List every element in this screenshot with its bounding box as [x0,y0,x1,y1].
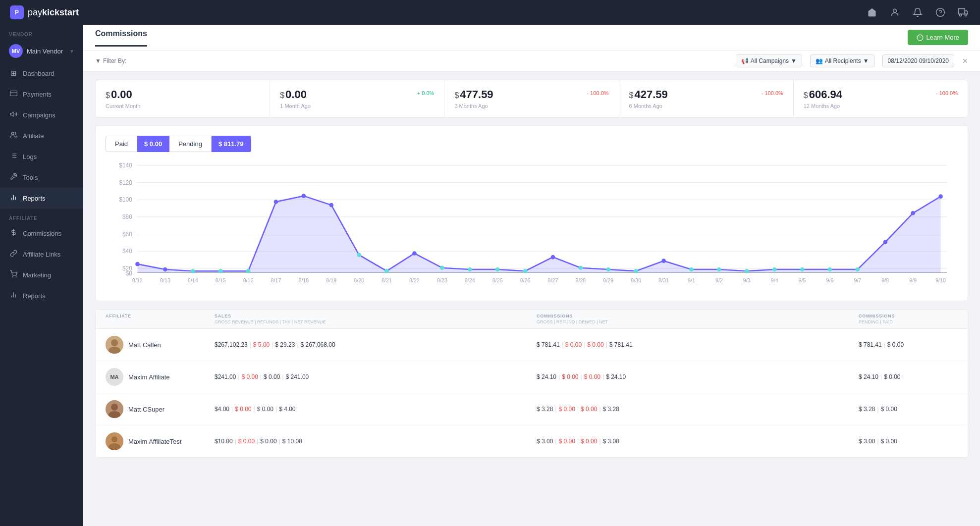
learn-more-button[interactable]: Learn More [908,30,968,45]
svg-text:$140: $140 [119,162,132,169]
svg-point-113 [111,436,117,442]
stat-amount-1: $0.00 [280,88,307,101]
table-row: Maxim AffiliateTest $10.00 | $ 0.00 | $ … [96,425,968,457]
main-layout: VENDOR MV Main Vendor ▼ ⊞ Dashboard Paym… [0,25,980,526]
svg-text:8/19: 8/19 [326,277,336,283]
svg-point-0 [893,9,897,12]
sidebar-label-affiliate-links: Affiliate Links [23,251,60,258]
question-icon[interactable] [933,5,947,19]
svg-text:$40: $40 [122,248,132,255]
app-name: paykickstart [28,7,79,18]
sidebar-item-marketing[interactable]: Marketing [0,264,83,285]
svg-point-64 [634,269,638,273]
sidebar-label-dashboard: Dashboard [23,70,54,77]
svg-point-61 [551,255,555,260]
user-icon[interactable] [888,5,902,19]
stat-change-3: - 100.0% [762,90,783,96]
sidebar-item-tools[interactable]: Tools [0,167,83,188]
reports-icon [9,194,18,203]
sidebar-item-affiliate[interactable]: Affiliate [0,125,83,146]
avatar-3 [106,432,123,450]
comm-cell-2: $ 3.28 | $ 0.00 | $ 0.00 | $ 3.28 [537,406,859,413]
svg-point-47 [163,267,167,272]
campaigns-dropdown[interactable]: 📢 All Campaigns ▼ [736,54,802,67]
app-logo[interactable]: P paykickstart [10,5,79,19]
filter-icon: ▼ [95,57,101,64]
bell-icon[interactable] [911,5,925,19]
stat-change-2: - 100.0% [587,90,609,96]
date-range-value: 08/12/2020 09/10/2020 [888,57,949,64]
svg-text:$100: $100 [119,196,132,203]
sidebar-label-payments: Payments [23,91,52,98]
vendor-avatar: MV [9,44,23,58]
svg-point-53 [329,203,334,208]
paid-tab[interactable]: Paid [106,136,137,152]
store-icon[interactable] [865,5,879,19]
svg-text:8/14: 8/14 [188,277,198,283]
sidebar-label-reports: Reports [23,195,46,202]
svg-text:9/7: 9/7 [854,277,861,283]
svg-text:8/27: 8/27 [548,277,558,283]
sidebar-item-aff-reports[interactable]: Reports [0,285,83,306]
chart-container: $140 $120 $100 $80 $60 $40 $20 $0 [106,160,958,291]
sidebar-item-campaigns[interactable]: Campaigns [0,105,83,125]
pending-value[interactable]: $ 811.79 [212,136,251,152]
pending-cell-2: $ 3.28 | $ 0.00 [859,406,958,413]
svg-point-10 [11,132,14,135]
sidebar: VENDOR MV Main Vendor ▼ ⊞ Dashboard Paym… [0,25,83,526]
sidebar-item-payments[interactable]: Payments [0,84,83,105]
pending-tab[interactable]: Pending [169,136,212,152]
affiliate-cell-0: Matt Callen [106,336,215,354]
svg-point-1 [936,8,945,17]
stat-12month: $606.94 - 100.0% 12 Months Ago [794,80,968,117]
sidebar-item-reports[interactable]: Reports [0,188,83,209]
recipients-chevron-icon: ▼ [863,57,869,64]
pending-cell-3: $ 3.00 | $ 0.00 [859,438,958,445]
tools-icon [9,173,18,182]
sidebar-label-tools: Tools [23,174,38,181]
table-row: Matt CSuper $4.00 | $ 0.00 | $ 0.00 | $ … [96,393,968,425]
svg-text:9/8: 9/8 [881,277,889,283]
svg-point-59 [495,267,500,272]
sales-cell-3: $10.00 | $ 0.00 | $ 0.00 | $ 10.00 [215,438,537,445]
paid-value[interactable]: $ 0.00 [137,136,169,152]
affiliate-cell-1: MA Maxim Affiliate [106,368,215,386]
svg-point-52 [302,194,306,198]
sidebar-item-affiliate-links[interactable]: Affiliate Links [0,244,83,264]
commissions-icon [9,229,18,238]
svg-text:8/15: 8/15 [216,277,226,283]
sidebar-item-commissions[interactable]: Commissions [0,223,83,244]
affiliate-cell-2: Matt CSuper [106,400,215,418]
date-range-picker[interactable]: 08/12/2020 09/10/2020 [882,54,954,67]
vendor-selector[interactable]: MV Main Vendor ▼ [0,39,83,63]
pending-cell-0: $ 781.41 | $ 0.00 [859,341,958,348]
commissions-chart: $140 $120 $100 $80 $60 $40 $20 $0 [106,160,958,289]
recipients-filter-label: All Recipients [825,57,861,64]
svg-text:9/1: 9/1 [688,277,695,283]
avatar-1: MA [106,368,123,386]
aff-name-0: Matt Callen [128,341,161,349]
avatar-2 [106,400,123,418]
aff-name-3: Maxim AffiliateTest [128,438,181,445]
stat-3month: $477.59 - 100.0% 3 Months Ago [444,80,619,117]
svg-text:8/26: 8/26 [520,277,531,283]
svg-text:8/12: 8/12 [132,277,143,283]
sales-cell-1: $241.00 | $ 0.00 | $ 0.00 | $ 241.00 [215,373,537,380]
sidebar-item-dashboard[interactable]: ⊞ Dashboard [0,63,83,84]
svg-point-55 [384,269,389,273]
sidebar-label-marketing: Marketing [23,271,51,279]
svg-point-51 [274,200,278,204]
payments-icon [9,90,18,99]
svg-point-75 [938,194,943,199]
filter-bar: ▼ Filter By: 📢 All Campaigns ▼ 👥 All Rec… [83,51,980,72]
svg-point-63 [606,267,611,272]
svg-text:8/30: 8/30 [631,277,641,283]
sidebar-item-logs[interactable]: Logs [0,146,83,167]
content-area: Commissions Learn More ▼ Filter By: 📢 Al… [83,25,980,526]
table-row: MA Maxim Affiliate $241.00 | $ 0.00 | $ … [96,361,968,393]
svg-text:$120: $120 [119,179,132,186]
filter-close-button[interactable]: ✕ [962,57,968,65]
recipients-dropdown[interactable]: 👥 All Recipients ▼ [810,54,874,67]
cart-icon[interactable] [956,5,970,19]
stat-6month: $427.59 - 100.0% 6 Months Ago [619,80,794,117]
